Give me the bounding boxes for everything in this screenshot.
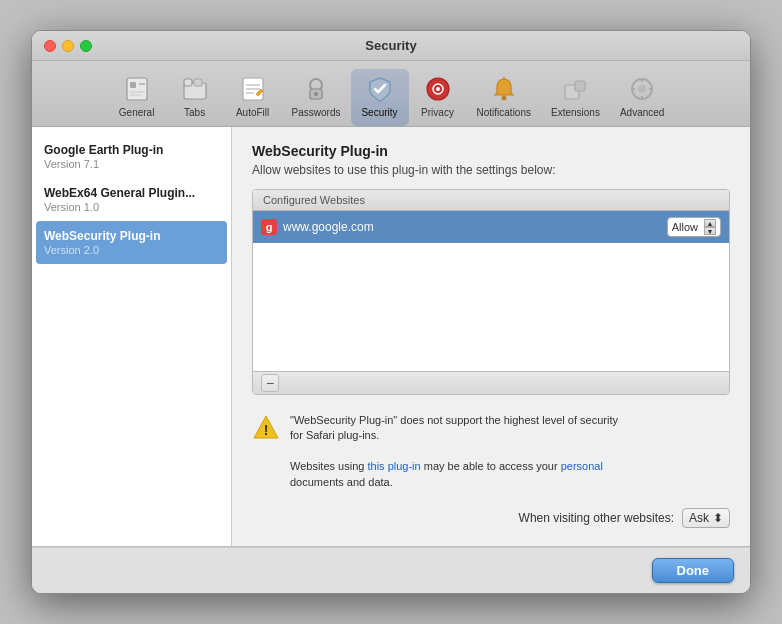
configured-header: Configured Websites bbox=[253, 190, 729, 211]
toolbar-item-tabs[interactable]: Tabs bbox=[166, 69, 224, 126]
extensions-label: Extensions bbox=[551, 107, 600, 118]
sidebar-item-websecurity[interactable]: WebSecurity Plug-in Version 2.0 bbox=[36, 221, 227, 264]
configured-websites-box: Configured Websites g www.google.com All… bbox=[252, 189, 730, 395]
warning-line1: "WebSecurity Plug-in" does not support t… bbox=[290, 414, 618, 426]
other-websites-row: When visiting other websites: Ask ⬍ bbox=[252, 508, 730, 528]
remove-website-button[interactable]: − bbox=[261, 374, 279, 392]
security-icon bbox=[364, 73, 396, 105]
warning-line2: for Safari plug-ins. bbox=[290, 429, 379, 441]
svg-rect-1 bbox=[130, 82, 136, 88]
sidebar-item-name: WebSecurity Plug-in bbox=[44, 229, 219, 243]
toolbar-item-general[interactable]: General bbox=[108, 69, 166, 126]
stepper-down[interactable]: ▼ bbox=[704, 227, 716, 235]
toolbar-item-security[interactable]: Security bbox=[351, 69, 409, 126]
titlebar: Security bbox=[32, 31, 750, 61]
allow-select[interactable]: Allow ▲ ▼ bbox=[667, 217, 721, 237]
other-websites-select[interactable]: Ask ⬍ bbox=[682, 508, 730, 528]
sidebar-item-name: Google Earth Plug-in bbox=[44, 143, 219, 157]
svg-point-23 bbox=[638, 85, 646, 93]
warning-line4: documents and data. bbox=[290, 476, 393, 488]
notifications-label: Notifications bbox=[477, 107, 531, 118]
traffic-lights bbox=[44, 40, 92, 52]
svg-rect-21 bbox=[575, 81, 585, 91]
autofill-label: AutoFill bbox=[236, 107, 269, 118]
other-websites-label: When visiting other websites: bbox=[519, 511, 674, 525]
svg-point-14 bbox=[314, 92, 318, 96]
stepper-up[interactable]: ▲ bbox=[704, 219, 716, 227]
website-name: www.google.com bbox=[283, 220, 661, 234]
done-button[interactable]: Done bbox=[652, 558, 735, 583]
bottom-bar: − bbox=[253, 371, 729, 394]
privacy-label: Privacy bbox=[421, 107, 454, 118]
google-icon: g bbox=[261, 219, 277, 235]
tabs-label: Tabs bbox=[184, 107, 205, 118]
toolbar-item-advanced[interactable]: Advanced bbox=[610, 69, 674, 126]
other-websites-chevron: ⬍ bbox=[713, 511, 723, 525]
svg-rect-0 bbox=[127, 78, 147, 100]
toolbar-item-passwords[interactable]: Passwords bbox=[282, 69, 351, 126]
advanced-label: Advanced bbox=[620, 107, 664, 118]
allow-label: Allow bbox=[672, 221, 698, 233]
main-window: Security General Tabs AutoFill Passw bbox=[31, 30, 751, 594]
warning-box: ! "WebSecurity Plug-in" does not support… bbox=[252, 407, 730, 496]
minimize-button[interactable] bbox=[62, 40, 74, 52]
advanced-icon bbox=[626, 73, 658, 105]
configured-content: g www.google.com Allow ▲ ▼ bbox=[253, 211, 729, 371]
other-websites-value: Ask bbox=[689, 511, 709, 525]
privacy-icon bbox=[422, 73, 454, 105]
sidebar-item-webex[interactable]: WebEx64 General Plugin... Version 1.0 bbox=[32, 178, 231, 221]
maximize-button[interactable] bbox=[80, 40, 92, 52]
general-icon bbox=[121, 73, 153, 105]
toolbar-item-autofill[interactable]: AutoFill bbox=[224, 69, 282, 126]
sidebar-item-google-earth[interactable]: Google Earth Plug-in Version 7.1 bbox=[32, 135, 231, 178]
toolbar: General Tabs AutoFill Passwords Security bbox=[32, 61, 750, 127]
plugin-subtitle: Allow websites to use this plug-in with … bbox=[252, 163, 730, 177]
warning-line3: Websites using this plug-in may be able … bbox=[290, 460, 603, 472]
passwords-label: Passwords bbox=[292, 107, 341, 118]
tabs-icon bbox=[179, 73, 211, 105]
svg-point-17 bbox=[436, 87, 440, 91]
svg-text:!: ! bbox=[264, 422, 269, 438]
window-title: Security bbox=[365, 38, 416, 53]
passwords-icon bbox=[300, 73, 332, 105]
toolbar-item-privacy[interactable]: Privacy bbox=[409, 69, 467, 126]
warning-icon: ! bbox=[252, 413, 280, 441]
general-label: General bbox=[119, 107, 155, 118]
sidebar-item-version: Version 2.0 bbox=[44, 244, 219, 256]
notifications-icon bbox=[488, 73, 520, 105]
sidebar-item-version: Version 1.0 bbox=[44, 201, 219, 213]
permission-stepper[interactable]: ▲ ▼ bbox=[704, 219, 716, 235]
sidebar-item-version: Version 7.1 bbox=[44, 158, 219, 170]
website-row[interactable]: g www.google.com Allow ▲ ▼ bbox=[253, 211, 729, 243]
footer: Done bbox=[32, 547, 750, 593]
svg-rect-7 bbox=[194, 79, 202, 86]
extensions-icon bbox=[559, 73, 591, 105]
warning-text: "WebSecurity Plug-in" does not support t… bbox=[290, 413, 618, 490]
svg-point-18 bbox=[501, 96, 506, 101]
svg-rect-6 bbox=[184, 79, 192, 86]
main-panel: WebSecurity Plug-in Allow websites to us… bbox=[232, 127, 750, 546]
plugin-title: WebSecurity Plug-in bbox=[252, 143, 730, 159]
security-label: Security bbox=[361, 107, 397, 118]
toolbar-item-extensions[interactable]: Extensions bbox=[541, 69, 610, 126]
autofill-icon bbox=[237, 73, 269, 105]
content-area: Google Earth Plug-in Version 7.1 WebEx64… bbox=[32, 127, 750, 547]
sidebar-item-name: WebEx64 General Plugin... bbox=[44, 186, 219, 200]
sidebar: Google Earth Plug-in Version 7.1 WebEx64… bbox=[32, 127, 232, 546]
close-button[interactable] bbox=[44, 40, 56, 52]
toolbar-item-notifications[interactable]: Notifications bbox=[467, 69, 541, 126]
